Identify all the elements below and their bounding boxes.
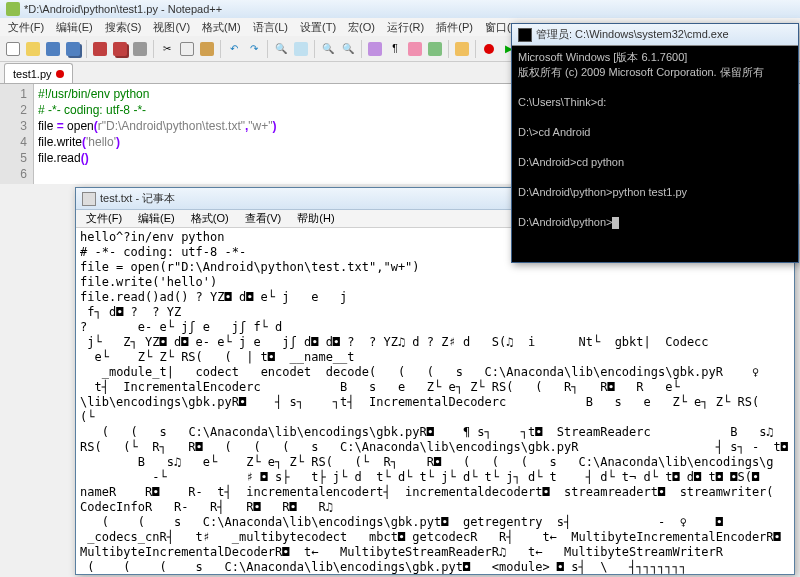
- lang-icon[interactable]: [426, 40, 444, 58]
- np-menu-file[interactable]: 文件(F): [78, 210, 130, 227]
- toolbar-sep: [153, 40, 154, 58]
- menu-view[interactable]: 视图(V): [147, 19, 196, 36]
- copy-icon[interactable]: [178, 40, 196, 58]
- npp-app-icon: [6, 2, 20, 16]
- menu-language[interactable]: 语言(L): [247, 19, 294, 36]
- cmd-titlebar[interactable]: 管理员: C:\Windows\system32\cmd.exe: [512, 24, 798, 46]
- replace-icon[interactable]: [292, 40, 310, 58]
- cmd-window: 管理员: C:\Windows\system32\cmd.exe Microso…: [511, 23, 799, 263]
- close-all-icon[interactable]: [111, 40, 129, 58]
- cmd-app-icon: [518, 28, 532, 42]
- tab-label: test1.py: [13, 68, 52, 80]
- print-icon[interactable]: [131, 40, 149, 58]
- toolbar-sep: [220, 40, 221, 58]
- undo-icon[interactable]: ↶: [225, 40, 243, 58]
- cut-icon[interactable]: ✂: [158, 40, 176, 58]
- zoom-in-icon[interactable]: 🔍: [319, 40, 337, 58]
- menu-format[interactable]: 格式(M): [196, 19, 247, 36]
- notepad-title-text: test.txt - 记事本: [100, 191, 175, 206]
- menu-file[interactable]: 文件(F): [2, 19, 50, 36]
- redo-icon[interactable]: ↷: [245, 40, 263, 58]
- showall-icon[interactable]: ¶: [386, 40, 404, 58]
- new-file-icon[interactable]: [4, 40, 22, 58]
- np-menu-edit[interactable]: 编辑(E): [130, 210, 183, 227]
- menu-settings[interactable]: 设置(T): [294, 19, 342, 36]
- indent-icon[interactable]: [406, 40, 424, 58]
- wrap-icon[interactable]: [366, 40, 384, 58]
- notepad-text-area[interactable]: hello^?in/env python # -*- coding: utf-8…: [76, 228, 794, 574]
- toolbar-sep: [267, 40, 268, 58]
- npp-title-text: *D:\Android\python\test1.py - Notepad++: [24, 3, 222, 15]
- record-icon[interactable]: [480, 40, 498, 58]
- notepad-app-icon: [82, 192, 96, 206]
- cmd-title-text: 管理员: C:\Windows\system32\cmd.exe: [536, 27, 729, 42]
- modified-indicator-icon: [56, 70, 64, 78]
- paste-icon[interactable]: [198, 40, 216, 58]
- toolbar-sep: [314, 40, 315, 58]
- toolbar-sep: [448, 40, 449, 58]
- menu-edit[interactable]: 编辑(E): [50, 19, 99, 36]
- save-icon[interactable]: [44, 40, 62, 58]
- toolbar-sep: [361, 40, 362, 58]
- zoom-out-icon[interactable]: 🔍: [339, 40, 357, 58]
- npp-titlebar: *D:\Android\python\test1.py - Notepad++: [0, 0, 800, 18]
- cmd-output[interactable]: Microsoft Windows [版本 6.1.7600] 版权所有 (c)…: [512, 46, 798, 234]
- save-all-icon[interactable]: [64, 40, 82, 58]
- tab-test1-py[interactable]: test1.py: [4, 63, 73, 83]
- np-menu-view[interactable]: 查看(V): [237, 210, 290, 227]
- cmd-cursor-icon: [612, 217, 619, 229]
- toolbar-sep: [475, 40, 476, 58]
- menu-macro[interactable]: 宏(O): [342, 19, 381, 36]
- close-icon[interactable]: [91, 40, 109, 58]
- menu-run[interactable]: 运行(R): [381, 19, 430, 36]
- menu-search[interactable]: 搜索(S): [99, 19, 148, 36]
- open-file-icon[interactable]: [24, 40, 42, 58]
- folder-icon[interactable]: [453, 40, 471, 58]
- menu-plugins[interactable]: 插件(P): [430, 19, 479, 36]
- np-menu-help[interactable]: 帮助(H): [289, 210, 342, 227]
- line-gutter: 1 2 3 4 5 6: [0, 84, 34, 184]
- find-icon[interactable]: 🔍: [272, 40, 290, 58]
- toolbar-sep: [86, 40, 87, 58]
- np-menu-format[interactable]: 格式(O): [183, 210, 237, 227]
